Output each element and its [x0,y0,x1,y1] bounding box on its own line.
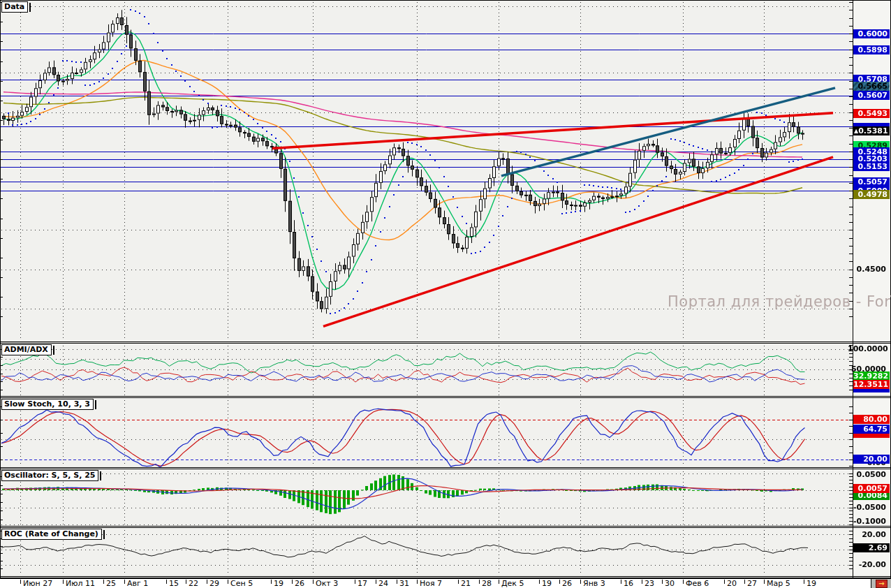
date-tick-label: Окт 3 [316,579,338,588]
pane-title-roc[interactable]: ROC (Rate of Change) [1,529,102,540]
date-tick-mark [186,580,186,584]
date-tick-mark [744,580,745,584]
date-tick-mark [458,580,459,584]
date-tick-mark [355,580,355,584]
scroll-right-button[interactable]: → [876,580,888,588]
date-tick-label: Мар 5 [767,579,790,588]
right-arrow-icon: → [878,580,884,587]
trading-terminal-window: Data ADMI/ADX Slow Stoch, 10, 3, 3 Oscil… [0,0,891,588]
date-tick-label: 19 [807,579,816,588]
date-tick-mark [764,580,765,584]
price-value-badge: 0.5607 [853,91,890,100]
date-tick-label: 27 [747,579,757,588]
date-tick-mark [662,580,663,584]
date-tick-label: 31 [399,579,409,588]
date-tick-mark [63,580,64,584]
date-tick-mark [539,580,540,584]
date-tick-mark [20,580,21,584]
date-tick-mark [724,580,725,584]
price-scale-label: 0.4500 [848,265,888,274]
roc-value-badge: 2.69 [853,543,890,552]
date-tick-mark [479,580,480,584]
oscillator-scale-label: -0.1000 [848,517,888,526]
date-tick-label: 28 [482,579,492,588]
date-tick-mark [313,580,314,584]
price-value-badge: 0.5898 [853,45,890,54]
oscillator-value-badge: 0.0057 [853,484,890,493]
stoch-value-badge: 80.00 [853,415,890,424]
price-value-badge: 0.5057 [853,177,890,186]
price-value-badge: 0.5153 [853,162,890,171]
date-tick-label: 25 [106,579,116,588]
date-tick-mark [166,580,167,584]
pane-title-stoch[interactable]: Slow Stoch, 10, 3, 3 [1,399,94,410]
price-value-badge: 0.4978 [853,190,890,199]
date-tick-mark [580,580,581,584]
price-value-badge: 0.5665 [853,82,890,91]
date-tick-label: 20 [727,579,737,588]
price-value-badge: 0.5493 [853,109,890,118]
date-tick-label: 24 [378,579,388,588]
date-tick-label: 30 [665,579,675,588]
date-tick-mark [417,580,418,584]
date-tick-mark [559,580,560,584]
oscillator-scale-label: 0.0500 [848,470,888,479]
date-tick-label: 23 [645,579,654,588]
date-tick-mark [207,580,207,584]
date-tick-label: 19 [274,579,284,588]
date-tick-label: Июн 27 [23,579,52,588]
roc-scale-label: 20.00 [848,530,888,539]
date-tick-mark [621,580,621,584]
date-tick-mark [804,580,804,584]
adx-value-badge: 12.3511 [853,380,890,389]
date-tick-label: Ноя 7 [420,579,442,588]
roc-scale-label: -20.00 [848,560,888,569]
date-tick-mark [683,580,684,584]
adx-scale-label: 100.0000 [848,344,888,353]
last-price-arrow-icon: ▲ [853,126,858,135]
price-value-badge: 0.6000 [853,29,890,38]
date-tick-label: Авг 1 [127,579,148,588]
date-tick-label: 26 [562,579,572,588]
date-tick-label: 16 [624,579,633,588]
oscillator-scale-label: -0.0500 [848,503,888,512]
date-tick-mark [103,580,104,584]
date-tick-label: Сен 5 [230,579,253,588]
date-tick-label: Янв 3 [583,579,605,588]
date-tick-label: 29 [209,579,219,588]
date-tick-mark [124,580,125,584]
date-tick-label: 22 [189,579,198,588]
date-tick-label: 19 [542,579,552,588]
date-tick-label: Дек 5 [501,579,524,588]
pane-title-adx[interactable]: ADMI/ADX [1,344,52,355]
date-tick-label: 21 [461,579,471,588]
price-value-badge: ▲0.5381 [853,126,890,135]
date-tick-label: Июл 11 [66,579,95,588]
date-tick-mark [642,580,642,584]
pane-title-oscillator[interactable]: Oscillator: S, 5, S, 25 [1,470,98,481]
date-tick-mark [397,580,397,584]
date-tick-mark [271,580,272,584]
watermark: Портал для трейдеров - ForTrader.ru [668,293,891,310]
date-tick-label: 26 [295,579,304,588]
stoch-value-badge: 20.00 [853,455,890,464]
date-tick-mark [376,580,376,584]
date-tick-label: Фев 6 [686,579,709,588]
date-tick-mark [499,580,499,584]
date-tick-label: 17 [358,579,367,588]
pane-title-data[interactable]: Data [1,1,28,13]
date-tick-mark [292,580,293,584]
stoch-value-badge: 64.75 [853,425,890,434]
date-tick-mark [228,580,228,584]
date-tick-label: 15 [169,579,179,588]
date-axis: → Июн 27Июл 1125Авг 1152229Сен 51926Окт … [0,578,891,588]
